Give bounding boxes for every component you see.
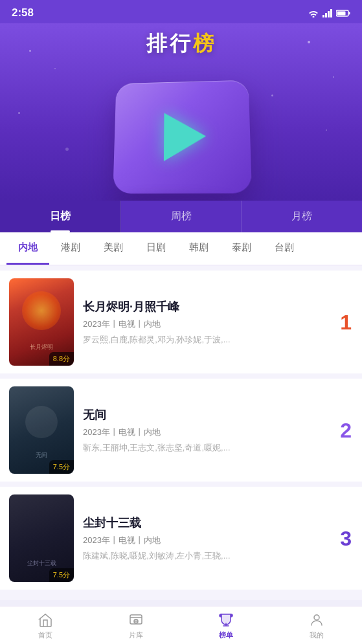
play-triangle xyxy=(163,111,206,161)
genre-tab-hk[interactable]: 港剧 xyxy=(49,232,92,265)
item-title-1: 长月烬明·月照千峰 xyxy=(83,299,327,315)
ranking-tabs: 日榜 周榜 月榜 xyxy=(0,201,362,232)
list-item[interactable]: 无间 7.5分 无间 2023年丨电视丨内地 靳东,王丽坤,王志文,张志坚,奇道… xyxy=(0,379,362,482)
svg-rect-0 xyxy=(322,15,324,17)
wifi-icon xyxy=(308,9,319,17)
play-box xyxy=(113,80,252,194)
genre-tab-us[interactable]: 美剧 xyxy=(92,232,135,265)
genre-tab-jp[interactable]: 日剧 xyxy=(135,232,177,265)
genre-tab-mainland[interactable]: 内地 xyxy=(6,232,49,265)
item-meta-1: 2023年丨电视丨内地 xyxy=(83,318,327,330)
list-item[interactable]: 长月烬明 8.8分 长月烬明·月照千峰 2023年丨电视丨内地 罗云熙,白鹿,陈… xyxy=(0,271,362,373)
user-icon xyxy=(308,612,325,628)
svg-rect-2 xyxy=(328,11,330,17)
svg-rect-1 xyxy=(325,13,327,17)
rank-number-3: 3 xyxy=(340,526,352,550)
thumbnail-2: 无间 7.5分 xyxy=(9,386,74,474)
item-cast-3: 陈建斌,陈晓,嗫妮,刘敏涛,左小青,王骁,... xyxy=(83,550,327,562)
item-info-1: 长月烬明·月照千峰 2023年丨电视丨内地 罗云熙,白鹿,陈都灵,邓为,孙珍妮,… xyxy=(83,299,353,346)
trophy-icon xyxy=(218,612,234,628)
tab-weekly[interactable]: 周榜 xyxy=(121,201,242,232)
item-meta-3: 2023年丨电视丨内地 xyxy=(83,535,327,546)
tab-monthly[interactable]: 月榜 xyxy=(242,201,362,232)
genre-tab-kr[interactable]: 韩剧 xyxy=(177,232,220,265)
nav-item-library[interactable]: 片库 xyxy=(91,612,181,640)
item-cast-2: 靳东,王丽坤,王志文,张志坚,奇道,嗫妮,... xyxy=(83,442,327,454)
thumb-title-1: 长月烬明 xyxy=(9,343,74,351)
score-badge-3: 7.5分 xyxy=(49,568,74,582)
rank-number-1: 1 xyxy=(340,310,352,334)
item-info-2: 无间 2023年丨电视丨内地 靳东,王丽坤,王志文,张志坚,奇道,嗫妮,... xyxy=(83,407,353,454)
tab-daily[interactable]: 日榜 xyxy=(0,201,121,232)
bottom-nav: 首页 片库 榜单 xyxy=(0,606,362,644)
genre-tab-tw[interactable]: 台剧 xyxy=(263,232,306,265)
hero-title-highlight: 榜 xyxy=(193,32,216,55)
svg-rect-3 xyxy=(330,9,332,17)
thumbnail-1: 长月烬明 8.8分 xyxy=(9,278,74,366)
signal-icon xyxy=(322,9,333,17)
genre-tabs: 内地 港剧 美剧 日剧 韩剧 泰剧 台剧 xyxy=(0,232,362,265)
status-bar: 2:58 xyxy=(0,0,362,23)
svg-rect-6 xyxy=(349,12,350,14)
nav-label-home: 首页 xyxy=(38,630,52,640)
nav-item-profile[interactable]: 我的 xyxy=(271,612,362,640)
main-content: 内地 港剧 美剧 日剧 韩剧 泰剧 台剧 长月烬明 8.8分 长月烬明·月照千峰… xyxy=(0,232,362,644)
item-title-2: 无间 xyxy=(83,407,327,423)
hero-title: 排行榜 xyxy=(0,23,362,71)
content-list: 长月烬明 8.8分 长月烬明·月照千峰 2023年丨电视丨内地 罗云熙,白鹿,陈… xyxy=(0,265,362,600)
item-info-3: 尘封十三载 2023年丨电视丨内地 陈建斌,陈晓,嗫妮,刘敏涛,左小青,王骁,.… xyxy=(83,515,353,562)
item-meta-2: 2023年丨电视丨内地 xyxy=(83,427,327,438)
status-time: 2:58 xyxy=(12,6,34,19)
score-badge-1: 8.8分 xyxy=(49,352,74,366)
nav-label-library: 片库 xyxy=(129,630,143,640)
play-box-shadow xyxy=(110,195,233,201)
svg-rect-5 xyxy=(337,11,346,15)
hero-graphic xyxy=(104,71,259,201)
nav-item-ranking[interactable]: 榜单 xyxy=(181,612,272,640)
battery-icon xyxy=(336,9,350,17)
home-icon xyxy=(37,612,54,628)
rank-number-2: 2 xyxy=(340,418,352,442)
list-item[interactable]: 尘封十三载 7.5分 尘封十三载 2023年丨电视丨内地 陈建斌,陈晓,嗫妮,刘… xyxy=(0,487,362,590)
hero-section: 排行榜 xyxy=(0,23,362,201)
score-badge-2: 7.5分 xyxy=(49,460,74,474)
hero-title-main: 排行 xyxy=(146,32,193,55)
item-title-3: 尘封十三载 xyxy=(83,515,327,531)
nav-label-profile: 我的 xyxy=(310,630,324,640)
nav-item-home[interactable]: 首页 xyxy=(0,612,91,640)
thumb-title-3: 尘封十三载 xyxy=(9,559,74,568)
status-icons xyxy=(308,9,350,17)
thumbnail-3: 尘封十三载 7.5分 xyxy=(9,494,74,582)
library-icon xyxy=(128,612,144,628)
thumb-title-2: 无间 xyxy=(9,451,74,460)
genre-tab-th[interactable]: 泰剧 xyxy=(220,232,263,265)
item-cast-1: 罗云熙,白鹿,陈都灵,邓为,孙珍妮,于波,... xyxy=(83,334,327,346)
svg-point-9 xyxy=(314,615,319,620)
nav-label-ranking: 榜单 xyxy=(219,630,233,640)
